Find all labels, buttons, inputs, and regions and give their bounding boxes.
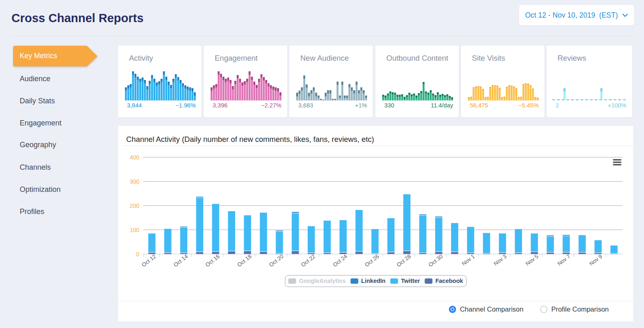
svg-text:Oct 30: Oct 30 xyxy=(427,253,444,268)
svg-text:Nov 3: Nov 3 xyxy=(492,253,508,267)
svg-text:Nov 5: Nov 5 xyxy=(524,253,540,267)
svg-text:Nov 1: Nov 1 xyxy=(461,253,476,267)
svg-text:300: 300 xyxy=(130,178,140,185)
svg-text:Oct 26: Oct 26 xyxy=(364,253,381,268)
svg-text:Oct 22: Oct 22 xyxy=(300,253,317,268)
svg-text:0: 0 xyxy=(136,251,139,257)
svg-text:Oct 18: Oct 18 xyxy=(236,253,253,268)
svg-text:200: 200 xyxy=(130,203,140,209)
svg-text:Oct 16: Oct 16 xyxy=(204,253,221,268)
svg-text:Nov 7: Nov 7 xyxy=(556,253,571,267)
svg-text:Oct 14: Oct 14 xyxy=(172,253,189,268)
svg-text:Nov 9: Nov 9 xyxy=(588,253,603,267)
svg-text:Oct 28: Oct 28 xyxy=(395,253,412,268)
svg-text:Oct 20: Oct 20 xyxy=(268,253,285,268)
svg-text:Oct 12: Oct 12 xyxy=(141,253,157,268)
svg-text:Oct 24: Oct 24 xyxy=(332,253,349,268)
svg-text:400: 400 xyxy=(130,154,140,161)
svg-text:100: 100 xyxy=(130,227,140,233)
